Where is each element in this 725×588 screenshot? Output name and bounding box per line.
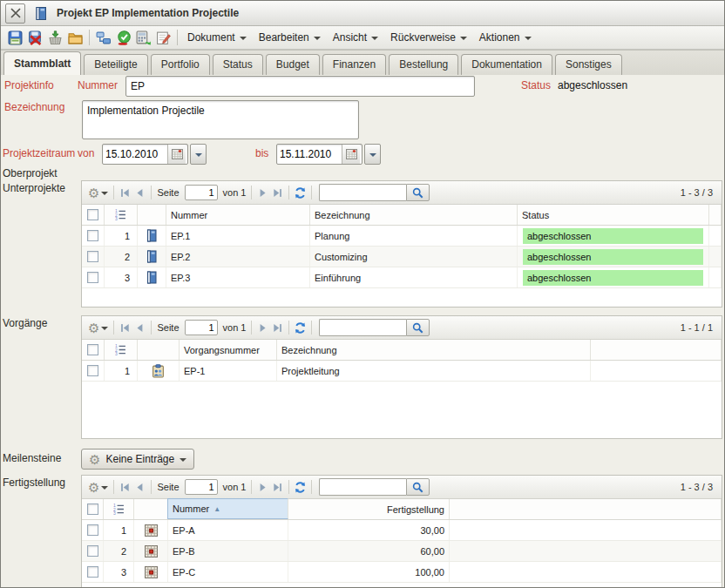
last-page-button[interactable] <box>270 321 285 335</box>
row-number-column-header[interactable]: 123 <box>105 205 138 225</box>
page-number-input[interactable] <box>185 320 218 335</box>
subproject-icon[interactable] <box>138 226 166 246</box>
refresh-button[interactable] <box>293 186 308 200</box>
subproject-icon[interactable] <box>138 267 166 287</box>
table-row[interactable]: 3 EP-C 100,00 <box>82 562 722 583</box>
next-page-button[interactable] <box>255 186 270 200</box>
column-header-fertigstellung[interactable]: Fertigstellung <box>288 499 450 519</box>
row-number-column-header[interactable]: 123 <box>104 499 134 519</box>
column-header-status[interactable]: Status <box>518 205 709 225</box>
last-page-button[interactable] <box>270 480 285 495</box>
tab-sonstiges[interactable]: Sonstiges <box>555 54 622 75</box>
refresh-button[interactable] <box>293 321 308 335</box>
tab-finanzen[interactable]: Finanzen <box>322 54 386 75</box>
tab-beteiligte[interactable]: Beteiligte <box>84 54 147 75</box>
open-folder-button[interactable] <box>65 28 85 48</box>
von-date-input[interactable] <box>103 145 167 164</box>
hierarchy-button[interactable] <box>93 28 113 48</box>
row-checkbox[interactable] <box>82 247 105 267</box>
row-checkbox[interactable] <box>82 562 104 582</box>
column-header-vorgangsnummer[interactable]: Vorgangsnummer <box>180 340 277 360</box>
close-button[interactable] <box>5 3 25 24</box>
numbered-list-icon: 123 <box>115 209 126 220</box>
table-row[interactable]: 1 EP-1 Projektleitung <box>82 361 722 382</box>
table-settings-button[interactable]: ⚙ <box>86 321 110 335</box>
subproject-icon[interactable] <box>138 247 166 267</box>
von-calendar-button[interactable] <box>167 145 186 164</box>
row-checkbox[interactable] <box>82 267 105 287</box>
bezeichnung-textarea[interactable]: Implementation Projectile <box>82 100 359 139</box>
prev-page-button[interactable] <box>132 480 147 495</box>
select-all-checkbox[interactable] <box>82 205 105 225</box>
completion-grid-icon[interactable] <box>134 541 168 561</box>
first-page-button[interactable] <box>118 321 132 335</box>
next-page-button[interactable] <box>255 480 270 495</box>
tab-status[interactable]: Status <box>213 54 263 75</box>
first-page-icon <box>120 323 130 333</box>
column-header-bezeichnung[interactable]: Bezeichnung <box>277 340 591 360</box>
menu-bearbeiten[interactable]: Bearbeiten <box>253 29 327 46</box>
table-settings-button[interactable]: ⚙ <box>86 186 110 200</box>
meilensteine-button[interactable]: ⚙ Keine Einträge <box>81 449 194 470</box>
save-button[interactable] <box>5 28 25 48</box>
prev-page-button[interactable] <box>132 321 147 335</box>
menu-aktionen[interactable]: Aktionen <box>473 29 538 46</box>
search-input[interactable] <box>319 478 406 496</box>
menu-ansicht[interactable]: Ansicht <box>327 29 384 46</box>
task-icon[interactable] <box>138 361 180 381</box>
select-all-checkbox[interactable] <box>82 340 105 360</box>
next-page-button[interactable] <box>255 321 270 335</box>
search-button[interactable] <box>406 319 430 336</box>
table-row[interactable]: 1 EP.1 Planung abgeschlossen <box>82 226 722 247</box>
delete-button[interactable] <box>25 28 45 48</box>
row-checkbox[interactable] <box>82 226 105 246</box>
page-number-input[interactable] <box>185 185 218 200</box>
completion-grid-icon[interactable] <box>134 520 168 540</box>
von-dropdown-button[interactable] <box>190 144 207 165</box>
import-button[interactable] <box>45 28 65 48</box>
column-header-bezeichnung[interactable]: Bezeichnung <box>310 205 518 225</box>
search-input[interactable] <box>319 184 406 201</box>
refresh-button[interactable] <box>293 480 308 495</box>
tab-dokumentation[interactable]: Dokumentation <box>461 54 552 75</box>
column-header-nummer[interactable]: Nummer <box>166 205 310 225</box>
chevron-down-icon <box>101 486 108 490</box>
vorgaenge-header: 123 Vorgangsnummer Bezeichnung <box>82 340 722 361</box>
tab-portfolio[interactable]: Portfolio <box>151 54 210 75</box>
last-page-button[interactable] <box>270 186 285 200</box>
search-input[interactable] <box>319 319 406 336</box>
table-row[interactable]: 3 EP.3 Einführung abgeschlossen <box>82 267 722 288</box>
bis-calendar-button[interactable] <box>342 145 360 164</box>
bis-dropdown-button[interactable] <box>364 144 381 165</box>
row-checkbox[interactable] <box>82 541 104 561</box>
tab-bestellung[interactable]: Bestellung <box>389 54 458 75</box>
menu-rueckverweise[interactable]: Rückverweise <box>384 29 473 46</box>
first-page-button[interactable] <box>118 480 132 495</box>
nummer-input[interactable] <box>125 76 475 97</box>
tab-budget[interactable]: Budget <box>266 54 320 75</box>
table-row[interactable]: 2 EP.2 Customizing abgeschlossen <box>82 247 722 267</box>
save-icon <box>8 30 23 45</box>
table-row[interactable]: 2 EP-B 60,00 <box>82 541 722 562</box>
select-all-checkbox[interactable] <box>82 499 104 519</box>
row-number-column-header[interactable]: 123 <box>105 340 138 360</box>
first-page-button[interactable] <box>118 186 132 200</box>
row-checkbox[interactable] <box>82 520 104 540</box>
status-label: Status <box>521 79 551 91</box>
row-checkbox[interactable] <box>82 361 105 381</box>
search-button[interactable] <box>406 184 430 201</box>
page-number-input[interactable] <box>185 479 218 495</box>
approve-button[interactable] <box>113 28 133 48</box>
menu-dokument[interactable]: Dokument <box>181 29 253 46</box>
recalculate-button[interactable] <box>133 28 153 48</box>
table-settings-button[interactable]: ⚙ <box>86 480 110 495</box>
prev-page-button[interactable] <box>132 186 147 200</box>
completion-grid-icon[interactable] <box>134 562 168 582</box>
tab-stammblatt[interactable]: Stammblatt <box>3 51 81 75</box>
cell-bezeichnung: Customizing <box>310 247 518 267</box>
edit-button[interactable] <box>153 28 173 48</box>
table-row[interactable]: 1 EP-A 30,00 <box>82 520 722 541</box>
bis-date-input[interactable] <box>277 145 342 164</box>
column-header-nummer-sorted[interactable]: Nummer▲ <box>167 498 288 519</box>
search-button[interactable] <box>406 478 430 496</box>
